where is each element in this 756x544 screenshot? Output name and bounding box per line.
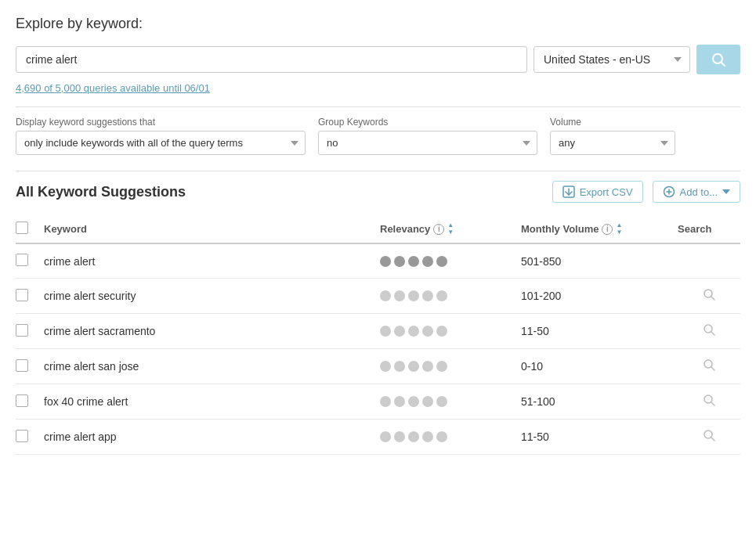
keywords-header: All Keyword Suggestions Export CSV Add t…: [16, 181, 740, 203]
monthly-volume: 11-50: [521, 325, 678, 337]
relevancy-dots: [380, 326, 521, 337]
queries-info[interactable]: 4,690 of 5,000 queries available until 0…: [16, 82, 740, 94]
relevancy-dot: [380, 396, 391, 407]
row-checkbox-cell[interactable]: [16, 289, 44, 304]
relevancy-dot: [408, 256, 419, 267]
relevancy-dot: [380, 256, 391, 267]
monthly-volume: 101-200: [521, 290, 678, 302]
export-csv-button[interactable]: Export CSV: [552, 181, 643, 203]
relevancy-dot: [380, 431, 391, 442]
relevancy-dot: [436, 396, 447, 407]
svg-line-18: [711, 438, 714, 441]
svg-line-10: [711, 297, 714, 300]
keyword-name: fox 40 crime alert: [44, 395, 380, 408]
relevancy-column-label: Relevancy: [380, 223, 430, 235]
table-row: crime alert501-850: [16, 244, 740, 279]
relevancy-dots: [380, 290, 521, 301]
select-all-checkbox[interactable]: [16, 222, 28, 234]
row-checkbox-cell[interactable]: [16, 324, 44, 339]
row-checkbox-cell[interactable]: [16, 254, 44, 268]
relevancy-column-header[interactable]: Relevancy i ▲ ▼: [380, 222, 521, 236]
table-row: crime alert san jose0-10: [16, 349, 740, 384]
table-row: crime alert sacramento11-50: [16, 314, 740, 349]
group-filter-label: Group Keywords: [318, 117, 537, 128]
display-filter-select[interactable]: only include keywords with all of the qu…: [16, 131, 306, 155]
row-checkbox[interactable]: [16, 254, 28, 266]
relevancy-dot: [422, 290, 433, 301]
relevancy-dots: [380, 396, 521, 407]
volume-info-icon: i: [602, 224, 613, 235]
search-button[interactable]: [696, 45, 740, 74]
search-input[interactable]: [16, 46, 527, 73]
divider-1: [16, 106, 740, 107]
keywords-section: All Keyword Suggestions Export CSV Add t…: [16, 181, 740, 455]
keyword-name: crime alert app: [44, 431, 380, 443]
row-checkbox[interactable]: [16, 394, 28, 407]
search-icon-cell: [678, 323, 740, 339]
locale-select[interactable]: United States - en-USUnited Kingdom - en…: [534, 46, 690, 73]
row-checkbox[interactable]: [16, 430, 28, 442]
select-all-cell[interactable]: [16, 222, 44, 236]
filters-row: Display keyword suggestions that only in…: [16, 117, 740, 155]
relevancy-dots: [380, 256, 521, 267]
relevancy-sort-icon[interactable]: ▲ ▼: [447, 222, 454, 236]
row-checkbox-cell[interactable]: [16, 394, 44, 409]
table-header: Keyword Relevancy i ▲ ▼ Monthly Volume i…: [16, 215, 740, 244]
keyword-column-header: Keyword: [44, 223, 380, 235]
relevancy-dot: [394, 431, 405, 442]
row-search-button[interactable]: [703, 288, 715, 304]
search-row: United States - en-USUnited Kingdom - en…: [16, 45, 740, 74]
magnifier-icon: [703, 358, 715, 371]
row-checkbox[interactable]: [16, 359, 28, 372]
search-icon-cell: [678, 288, 740, 304]
addto-icon: [663, 186, 675, 198]
keyword-name: crime alert: [44, 255, 380, 268]
magnifier-icon: [703, 288, 715, 301]
addto-label: Add to...: [680, 186, 718, 198]
magnifier-icon: [703, 429, 715, 441]
row-search-button[interactable]: [703, 429, 715, 445]
divider-2: [16, 171, 740, 171]
row-checkbox[interactable]: [16, 324, 28, 337]
relevancy-dot: [422, 256, 433, 267]
keyword-name: crime alert san jose: [44, 360, 380, 373]
volume-column-header[interactable]: Monthly Volume i ▲ ▼: [521, 222, 678, 236]
page-title: Explore by keyword:: [16, 16, 740, 32]
addto-button[interactable]: Add to...: [653, 181, 740, 203]
search-icon: [711, 52, 726, 67]
export-csv-label: Export CSV: [580, 186, 633, 198]
group-filter-select[interactable]: noyes: [318, 131, 537, 155]
relevancy-dot: [422, 361, 433, 372]
row-checkbox-cell[interactable]: [16, 359, 44, 374]
display-filter-label: Display keyword suggestions that: [16, 117, 306, 128]
row-search-button[interactable]: [703, 358, 715, 374]
keyword-name: crime alert security: [44, 290, 380, 302]
volume-sort-icon[interactable]: ▲ ▼: [616, 222, 622, 236]
relevancy-dot: [380, 361, 391, 372]
search-column-header: Search: [678, 223, 740, 235]
relevancy-dot: [408, 431, 419, 442]
export-icon: [562, 186, 575, 198]
row-search-button[interactable]: [703, 323, 715, 339]
relevancy-dot: [436, 290, 447, 301]
display-filter-group: Display keyword suggestions that only in…: [16, 117, 306, 155]
row-checkbox-cell[interactable]: [16, 430, 44, 445]
relevancy-dot: [394, 326, 405, 337]
relevancy-info-icon: i: [433, 224, 444, 235]
monthly-volume: 51-100: [521, 395, 678, 408]
monthly-volume: 501-850: [521, 255, 678, 268]
table-row: crime alert app11-50: [16, 420, 740, 455]
relevancy-dot: [422, 396, 433, 407]
relevancy-dot: [422, 431, 433, 442]
header-actions: Export CSV Add to...: [552, 181, 740, 203]
relevancy-dot: [408, 361, 419, 372]
volume-filter-select[interactable]: any0-1011-5051-100101-200501-850: [550, 131, 675, 155]
filters-section: Display keyword suggestions that only in…: [16, 117, 740, 155]
magnifier-icon: [703, 394, 715, 406]
row-checkbox[interactable]: [16, 289, 28, 301]
row-search-button[interactable]: [703, 394, 715, 409]
table-rows: crime alert501-850crime alert security10…: [16, 244, 740, 455]
relevancy-dots: [380, 361, 521, 372]
monthly-volume: 0-10: [521, 360, 678, 373]
relevancy-dot: [436, 431, 447, 442]
